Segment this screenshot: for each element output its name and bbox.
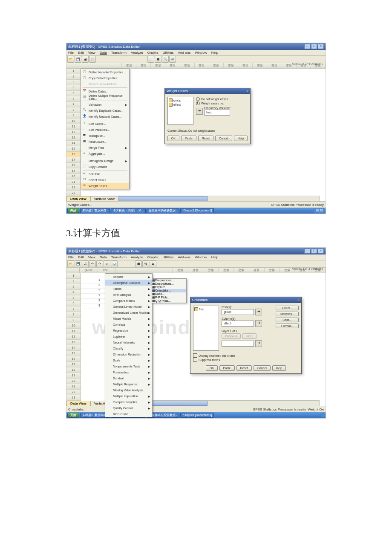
col-header[interactable]: 变量 bbox=[238, 63, 253, 68]
recall-icon[interactable]: 📋 bbox=[89, 56, 96, 63]
row-header[interactable]: 11 bbox=[66, 329, 81, 334]
menu-item[interactable]: Validation▶ bbox=[81, 101, 129, 107]
row-header[interactable]: 5 bbox=[66, 91, 81, 96]
start-button[interactable]: 开始 bbox=[67, 208, 79, 213]
reset-button[interactable]: Reset bbox=[236, 365, 252, 371]
menu-file[interactable]: File bbox=[68, 51, 74, 55]
col-header[interactable]: 变量 bbox=[249, 268, 265, 273]
row-header[interactable]: 23 bbox=[66, 191, 81, 196]
taskbar-item[interactable]: 未标题1 [数据集0] - bbox=[80, 208, 110, 213]
row-header[interactable]: 17 bbox=[66, 362, 81, 367]
menu-graphs[interactable]: Graphs bbox=[147, 51, 158, 55]
submenu-item[interactable]: ▦Ratio... bbox=[152, 292, 186, 296]
ok-button[interactable]: OK bbox=[167, 136, 179, 141]
maximize-icon[interactable]: □ bbox=[311, 249, 317, 254]
open-icon[interactable]: 📂 bbox=[67, 56, 74, 63]
menu-item[interactable]: Orthogonal Design▶ bbox=[81, 158, 129, 164]
menu-item[interactable]: Neural Networks▶ bbox=[105, 339, 152, 345]
next-button[interactable]: Next bbox=[242, 333, 256, 339]
submenu-item[interactable]: ▦Q-Q Plots... bbox=[152, 299, 186, 303]
statistics-button[interactable]: Statistics... bbox=[276, 312, 299, 316]
help-button[interactable]: Help bbox=[272, 365, 286, 371]
menu-addons[interactable]: Add-ons bbox=[178, 51, 190, 55]
data-cell[interactable]: 3 bbox=[81, 304, 103, 309]
menu-item[interactable]: Correlate▶ bbox=[105, 321, 152, 327]
menu-item[interactable]: Scale▶ bbox=[105, 357, 152, 363]
menu-view[interactable]: View bbox=[88, 255, 95, 259]
menu-item[interactable]: Merge Files▶ bbox=[81, 145, 129, 150]
cells-button[interactable]: Cells... bbox=[276, 318, 299, 322]
close-icon[interactable]: × bbox=[318, 44, 324, 49]
rows-box[interactable]: group bbox=[222, 309, 254, 315]
col-header[interactable]: 变量 bbox=[234, 268, 249, 273]
taskbar-item[interactable]: *Output1 [Document1] bbox=[180, 413, 214, 418]
help-button[interactable]: Help bbox=[234, 136, 248, 141]
cols-box[interactable]: effect bbox=[222, 321, 254, 327]
row-header[interactable]: 10 bbox=[66, 119, 81, 124]
menu-item[interactable]: 📅Define Dates... bbox=[81, 88, 129, 94]
undo-icon[interactable]: ↶ bbox=[89, 260, 96, 267]
cancel-button[interactable]: Cancel bbox=[254, 365, 271, 371]
move-button[interactable]: ➜ bbox=[255, 309, 262, 315]
row-header[interactable]: 23 bbox=[66, 395, 81, 401]
menu-item[interactable]: Missing Value Analysis... bbox=[105, 387, 152, 393]
tool-icon[interactable]: % bbox=[142, 260, 149, 267]
variable-listbox[interactable]: freq bbox=[193, 306, 219, 351]
row-header[interactable]: 12 bbox=[66, 130, 81, 135]
row-header[interactable]: 3 bbox=[66, 80, 81, 85]
paste-button[interactable]: Paste bbox=[181, 136, 196, 141]
col-header[interactable]: 变量 bbox=[151, 63, 165, 68]
radio-no-weight[interactable]: Do not weight cases bbox=[196, 97, 231, 101]
row-header[interactable]: 5 bbox=[66, 295, 81, 301]
weight-icon[interactable]: ⚖ bbox=[169, 56, 176, 63]
find-icon[interactable]: 🔍 bbox=[162, 56, 169, 63]
col-header[interactable]: 变量 bbox=[265, 268, 280, 273]
menu-item[interactable]: ⚖Weight Cases... bbox=[81, 183, 129, 189]
submenu-item[interactable]: ▦Frequencies... bbox=[152, 279, 186, 282]
menu-item[interactable]: 📄Copy Dataset bbox=[81, 164, 129, 170]
menu-data[interactable]: Data bbox=[100, 51, 107, 55]
chk-clustered[interactable]: Display clustered bar charts bbox=[193, 353, 299, 358]
menu-view[interactable]: View bbox=[88, 51, 95, 55]
data-cell[interactable]: 2 bbox=[81, 299, 103, 304]
row-header-highlight[interactable]: 16 bbox=[66, 152, 81, 157]
freq-var-box[interactable]: freq bbox=[204, 110, 230, 116]
col-header[interactable]: 变量 bbox=[203, 268, 219, 273]
row-header[interactable]: 11 bbox=[66, 124, 81, 130]
menu-item[interactable]: 📋Copy Data Properties... bbox=[81, 75, 129, 81]
col-header[interactable]: 变量 bbox=[224, 63, 238, 68]
layer-box[interactable] bbox=[222, 341, 254, 347]
menu-edit[interactable]: Edit bbox=[78, 51, 84, 55]
radio-weight-by[interactable]: Weight cases by: bbox=[196, 101, 231, 105]
menu-data[interactable]: Data bbox=[100, 255, 107, 259]
chk-suppress[interactable]: Suppress tables bbox=[193, 358, 299, 362]
reset-button[interactable]: Reset bbox=[198, 136, 213, 141]
menu-item[interactable]: ROC Curve... bbox=[105, 411, 152, 417]
col-header[interactable]: 变量 bbox=[188, 268, 204, 273]
data-cell[interactable]: 2 bbox=[81, 289, 103, 294]
col-header[interactable]: 变量 bbox=[195, 63, 209, 68]
row-header[interactable]: 7 bbox=[66, 306, 81, 312]
row-header[interactable]: 15 bbox=[66, 351, 81, 356]
row-header[interactable]: 19 bbox=[66, 373, 81, 379]
row-header[interactable]: 20 bbox=[66, 174, 81, 179]
submenu-item[interactable]: ▦P-P Plots... bbox=[152, 296, 186, 299]
close-icon[interactable]: × bbox=[246, 88, 248, 94]
close-icon[interactable]: × bbox=[318, 249, 324, 254]
menu-item[interactable]: Loglinear▶ bbox=[105, 333, 152, 339]
move-button[interactable]: ➜ bbox=[255, 340, 262, 347]
row-header[interactable]: 22 bbox=[66, 185, 81, 191]
menu-item[interactable]: ✂Split File... bbox=[81, 171, 129, 177]
data-cell[interactable]: 1 bbox=[81, 294, 103, 299]
row-header[interactable]: 13 bbox=[66, 340, 81, 345]
submenu-item[interactable]: ▦Descriptives... bbox=[152, 282, 186, 286]
menu-item[interactable]: 🔍Identify Duplicate Cases... bbox=[81, 107, 129, 113]
menu-help[interactable]: Help bbox=[211, 255, 218, 259]
col-header[interactable]: 变量 bbox=[180, 63, 195, 68]
row-header[interactable]: 12 bbox=[66, 334, 81, 340]
previous-button[interactable]: Previous bbox=[222, 333, 241, 339]
redo-icon[interactable]: ↷ bbox=[96, 260, 103, 267]
menu-item[interactable]: Forecasting▶ bbox=[105, 369, 152, 375]
row-header[interactable]: 20 bbox=[66, 379, 81, 384]
move-button[interactable]: ➜ bbox=[255, 320, 262, 327]
